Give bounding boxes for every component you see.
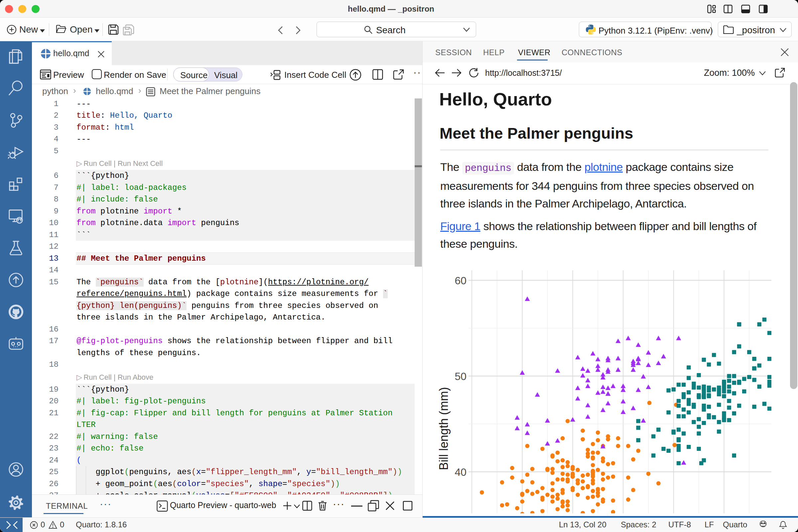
svg-text:50: 50	[455, 370, 467, 382]
svg-text:60: 60	[455, 274, 467, 287]
svg-text:40: 40	[455, 466, 467, 478]
svg-text:Bill length (mm): Bill length (mm)	[437, 387, 451, 470]
